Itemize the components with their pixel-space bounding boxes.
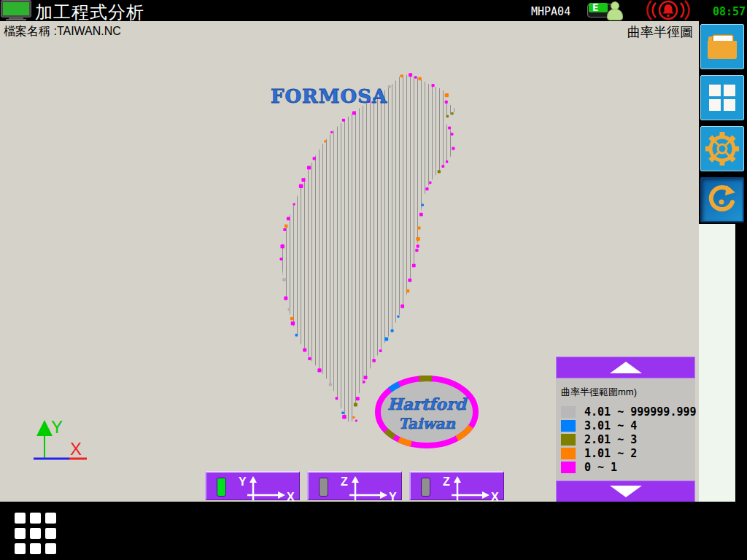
curvature-legend-panel: 曲率半徑範圍mm) 4.01 ~ 999999.999 3.01 ~ 4 2.0… xyxy=(556,357,695,502)
legend-color-swatch xyxy=(561,420,576,432)
clock: 08:57 xyxy=(713,5,746,18)
window-grid-icon xyxy=(708,83,737,112)
legend-color-swatch xyxy=(561,448,576,459)
legend-color-swatch xyxy=(561,434,576,446)
svg-text:X: X xyxy=(287,491,295,502)
arrow-up-icon xyxy=(610,362,642,373)
legend-body: 曲率半徑範圍mm) 4.01 ~ 999999.999 3.01 ~ 4 2.0… xyxy=(556,378,695,481)
page-title: 加工程式分析 xyxy=(35,1,144,24)
svg-text:X: X xyxy=(491,491,499,502)
legend-item: 0 ~ 1 xyxy=(561,460,695,474)
legend-item: 2.01 ~ 3 xyxy=(561,432,695,446)
legend-color-swatch xyxy=(561,462,576,473)
bottom-bar xyxy=(0,502,747,560)
formosa-label: FORMOSA xyxy=(271,85,387,107)
title-bar: 加工程式分析 MHPA04 E 08:57 xyxy=(0,0,747,21)
led-indicator xyxy=(319,478,328,497)
legend-item: 3.01 ~ 4 xyxy=(561,419,695,432)
machine-id-label: MHPA04 xyxy=(531,5,570,18)
reset-view-button[interactable] xyxy=(700,177,744,222)
svg-text:Z: Z xyxy=(341,475,348,488)
view-zx-button[interactable]: Z X xyxy=(409,471,504,500)
alarm-icon[interactable] xyxy=(646,0,691,21)
svg-text:Y: Y xyxy=(389,491,397,502)
legend-item: 4.01 ~ 999999.999 xyxy=(561,405,695,419)
folder-icon xyxy=(705,32,739,61)
hartford-logo: Hartford Taiwan xyxy=(378,378,476,446)
taiwan-island-toolpath xyxy=(282,74,455,421)
menu-grid-button[interactable] xyxy=(15,513,57,553)
view-zy-button[interactable]: Z Y xyxy=(307,471,402,500)
open-file-button[interactable] xyxy=(700,24,744,69)
axis-x-label: X xyxy=(70,439,82,459)
axis-indicator: Y X xyxy=(34,417,87,459)
svg-text:Z: Z xyxy=(443,475,450,488)
arrow-down-icon xyxy=(610,486,642,497)
layout-grid-button[interactable] xyxy=(700,75,744,120)
view-yx-button[interactable]: Y X xyxy=(205,471,300,500)
led-indicator xyxy=(421,478,430,497)
logo-text-line1: Hartford xyxy=(387,394,468,413)
monitor-icon xyxy=(0,1,32,20)
legend-scroll-down-button[interactable] xyxy=(556,481,695,502)
axis-y-label: Y xyxy=(51,417,63,437)
user-status-icon[interactable]: E xyxy=(587,1,625,20)
settings-button[interactable] xyxy=(700,126,744,171)
legend-item: 1.01 ~ 2 xyxy=(561,446,695,460)
legend-title: 曲率半徑範圍mm) xyxy=(561,386,695,399)
led-indicator xyxy=(217,478,226,497)
logo-text-line2: Taiwan xyxy=(398,415,456,432)
legend-scroll-up-button[interactable] xyxy=(556,357,695,378)
sidebar xyxy=(699,21,747,502)
svg-text:Y: Y xyxy=(239,475,247,488)
sidebar-spacer xyxy=(699,224,735,502)
file-name-label: 檔案名稱 :TAIWAN.NC xyxy=(4,24,121,39)
redo-circle-icon xyxy=(706,184,738,216)
legend-color-swatch xyxy=(561,406,576,418)
gear-icon xyxy=(705,131,740,166)
view-mode-label: 曲率半徑圖 xyxy=(627,23,693,41)
